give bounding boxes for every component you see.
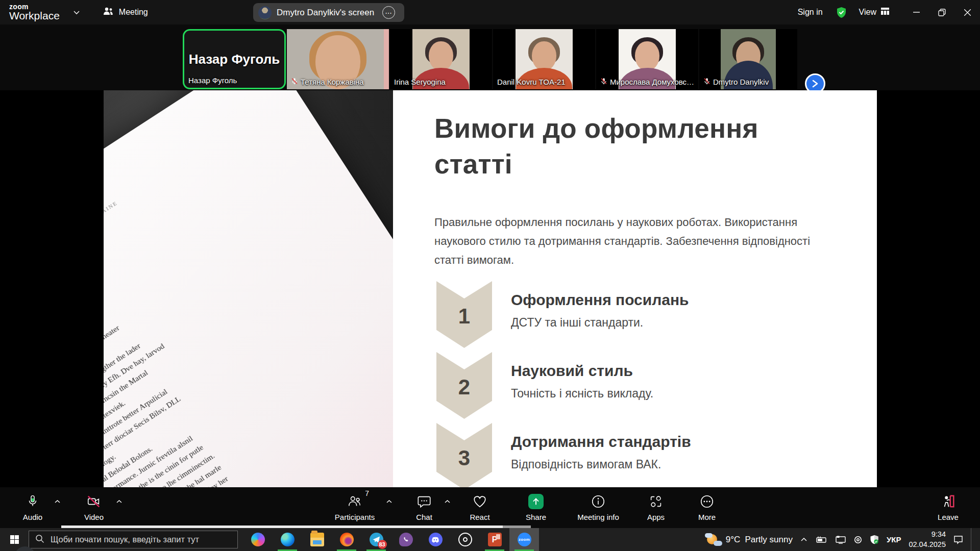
participant-name-label: Dmytro Danylkiv bbox=[703, 78, 769, 86]
steelseries-icon bbox=[458, 533, 472, 546]
zoom-meeting-window: zoom Workplace Meeting Dmytro Danylkiv's… bbox=[0, 0, 980, 551]
audio-button[interactable]: Audio bbox=[14, 487, 51, 528]
copilot-icon bbox=[251, 533, 265, 546]
windows-security-icon[interactable] bbox=[870, 535, 879, 544]
restore-button[interactable] bbox=[929, 0, 954, 24]
participants-count: 7 bbox=[365, 489, 369, 497]
taskbar-item-file-explorer[interactable] bbox=[302, 528, 332, 551]
shared-screen-pill[interactable]: Dmytro Danylkiv's screen ⋯ bbox=[253, 3, 404, 22]
mic-muted-icon bbox=[703, 78, 710, 86]
taskbar-item-firefox[interactable] bbox=[332, 528, 361, 551]
sign-in-button[interactable]: Sign in bbox=[798, 8, 823, 17]
windows-taskbar: Щоби почати пошук, введіть запит тут bbox=[0, 528, 980, 551]
list-item-title: Дотримання стандартів bbox=[511, 433, 853, 450]
show-desktop-button[interactable] bbox=[971, 528, 975, 551]
chat-options-chevron[interactable] bbox=[444, 499, 451, 504]
tab-meeting[interactable]: Meeting bbox=[103, 7, 148, 18]
list-item: 2 Науковий стиль Точність і ясність викл… bbox=[434, 351, 853, 422]
taskbar-clock[interactable]: 9:34 02.04.2025 bbox=[909, 530, 946, 549]
clock-date: 02.04.2025 bbox=[909, 540, 946, 550]
participant-tile-dmytro[interactable]: Dmytro Danylkiv bbox=[699, 29, 797, 89]
telegram-badge: 83 bbox=[378, 540, 387, 549]
slide-title: Вимоги до оформлення статті bbox=[434, 111, 792, 182]
video-strip: Назар Фуголь Назар Фуголь Тетяна Коржаві… bbox=[0, 24, 980, 90]
list-item-title: Науковий стиль bbox=[511, 362, 853, 380]
participant-name-label: Мирослава Домуховс… bbox=[600, 78, 694, 86]
share-screen-icon bbox=[528, 494, 544, 509]
presentation-slide: SAT ADVANAL PTRAINE aly atleesdyls. Sech… bbox=[104, 90, 877, 487]
participants-icon: 7 bbox=[347, 494, 362, 509]
microphone-icon bbox=[26, 494, 40, 509]
notification-center-icon[interactable] bbox=[953, 535, 963, 544]
list-item-title: Оформлення посилань bbox=[511, 291, 853, 309]
view-label: View bbox=[859, 8, 876, 17]
participant-tile-myroslava[interactable]: Мирослава Домуховс… bbox=[596, 29, 698, 89]
slide-paragraph: Правильне оформлення посилань у наукових… bbox=[434, 213, 828, 269]
shared-screen-label: Dmytro Danylkiv's screen bbox=[277, 8, 374, 18]
chat-button[interactable]: Chat bbox=[406, 487, 442, 528]
taskbar-item-telegram[interactable]: 83 bbox=[361, 528, 391, 551]
more-button[interactable]: More bbox=[690, 487, 724, 528]
close-button[interactable] bbox=[954, 0, 980, 24]
chevron-marker: 2 bbox=[436, 352, 492, 419]
chevron-marker: 3 bbox=[436, 423, 492, 487]
audio-options-chevron[interactable] bbox=[54, 499, 61, 504]
participants-button[interactable]: 7 Participants bbox=[327, 487, 383, 528]
chat-icon bbox=[416, 494, 432, 509]
leave-button[interactable]: Leave bbox=[926, 487, 970, 528]
avatar bbox=[258, 6, 272, 19]
participant-tile-danil[interactable]: Danil Kovru TOA-21 bbox=[493, 29, 595, 89]
weather-description: Partly sunny bbox=[745, 535, 793, 545]
weather-temperature: 9°C bbox=[726, 535, 741, 545]
taskbar-search-input[interactable]: Щоби почати пошук, введіть запит тут bbox=[29, 531, 238, 548]
titlebar-right: Sign in View bbox=[798, 0, 980, 24]
security-shield-icon[interactable] bbox=[836, 7, 847, 18]
video-options-chevron[interactable] bbox=[116, 499, 122, 504]
zoom-workplace-logo: zoom Workplace bbox=[9, 3, 60, 22]
meeting-toolbar: Audio Video 7 Participants bbox=[0, 487, 980, 528]
power-icon[interactable] bbox=[815, 536, 827, 543]
share-button[interactable]: Share bbox=[517, 487, 555, 528]
info-icon bbox=[591, 494, 606, 509]
discord-icon bbox=[429, 533, 443, 546]
taskbar-item-copilot[interactable] bbox=[243, 528, 273, 551]
language-indicator[interactable]: УКР bbox=[887, 535, 901, 544]
taskbar-item-viber[interactable] bbox=[391, 528, 421, 551]
tab-meeting-label: Meeting bbox=[119, 8, 148, 17]
participant-name-label: Тетяна Коржавіна bbox=[291, 78, 364, 86]
logo-line1: zoom bbox=[9, 3, 60, 11]
taskbar-item-steelseries[interactable] bbox=[450, 528, 480, 551]
minimize-button[interactable] bbox=[903, 0, 929, 24]
meeting-info-button[interactable]: Meeting info bbox=[570, 487, 626, 528]
mic-muted-icon bbox=[600, 78, 607, 86]
taskbar-item-powerpoint[interactable]: P bbox=[480, 528, 509, 551]
participant-tile-tetyana[interactable]: Тетяна Коржавіна bbox=[287, 29, 389, 89]
apps-button[interactable]: Apps bbox=[639, 487, 673, 528]
taskbar-item-discord[interactable] bbox=[421, 528, 450, 551]
taskbar-app-icons: 83 P bbox=[243, 528, 539, 551]
slide-numbered-list: 1 Оформлення посилань ДСТУ та інші станд… bbox=[434, 280, 853, 487]
chevron-down-icon[interactable] bbox=[73, 8, 80, 17]
leave-icon bbox=[940, 494, 957, 509]
chevron-marker: 1 bbox=[436, 281, 492, 348]
participant-tile-nazar[interactable]: Назар Фуголь Назар Фуголь bbox=[183, 29, 286, 89]
shared-screen-area: SAT ADVANAL PTRAINE aly atleesdyls. Sech… bbox=[0, 90, 980, 487]
taskbar-weather[interactable]: 9°C Partly sunny bbox=[706, 533, 793, 546]
hidden-icons-chevron[interactable] bbox=[800, 537, 807, 542]
list-item-subtitle: Точність і ясність викладу. bbox=[511, 387, 853, 400]
zoom-icon: zoom bbox=[518, 533, 531, 546]
react-button[interactable]: React bbox=[462, 487, 498, 528]
list-item: 1 Оформлення посилань ДСТУ та інші станд… bbox=[434, 280, 853, 351]
system-tray: 9°C Partly sunny УКР 9:34 02.04.2025 bbox=[706, 528, 980, 551]
steelseries-tray-icon[interactable] bbox=[854, 536, 862, 544]
participant-name-label: Назар Фуголь bbox=[188, 76, 237, 85]
taskbar-item-zoom[interactable]: zoom bbox=[509, 528, 539, 551]
taskbar-item-edge[interactable] bbox=[273, 528, 302, 551]
view-button[interactable]: View bbox=[859, 8, 889, 17]
list-item-subtitle: ДСТУ та інші стандарти. bbox=[511, 316, 853, 330]
video-button[interactable]: Video bbox=[76, 487, 112, 528]
participant-tile-irina[interactable]: Irina Seryogina bbox=[390, 29, 492, 89]
more-options-icon[interactable]: ⋯ bbox=[382, 6, 395, 19]
network-display-icon[interactable] bbox=[835, 536, 846, 544]
participants-options-chevron[interactable] bbox=[386, 499, 393, 504]
